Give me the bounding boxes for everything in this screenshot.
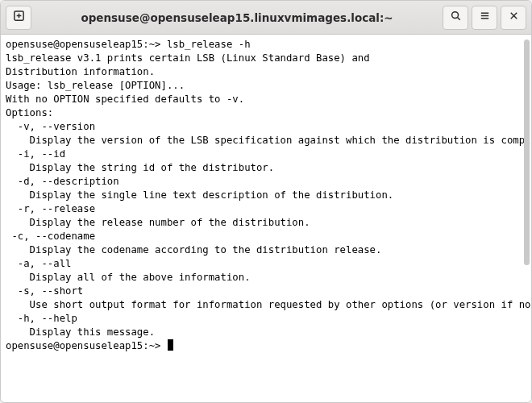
prompt: opensuse@opensuseleap15:~> [6, 39, 167, 50]
terminal-output-line: Display all of the above information. [6, 271, 526, 285]
terminal-output-line: Options: [6, 106, 526, 120]
close-icon [508, 10, 520, 25]
terminal-output-line: Display the string id of the distributor… [6, 161, 526, 175]
command-text: lsb_release -h [167, 39, 251, 50]
terminal-output-line: -c, --codename [6, 230, 526, 243]
terminal-output-line: -d, --description [6, 175, 526, 189]
terminal-output-line: -h, --help [6, 312, 526, 326]
new-tab-button[interactable] [6, 6, 31, 30]
close-button[interactable] [501, 6, 526, 30]
terminal-output-line: -r, --release [6, 202, 526, 216]
terminal-output-line: Usage: lsb_release [OPTION]... [6, 79, 526, 93]
svg-line-4 [457, 18, 459, 20]
terminal-output-line: Use short output format for information … [6, 298, 526, 312]
search-icon [450, 10, 462, 25]
terminal-output-line: Distribution information. [6, 65, 526, 79]
terminal-line: opensuse@opensuseleap15:~> lsb_release -… [6, 38, 526, 52]
terminal-output-line: Display the version of the LSB specifica… [6, 134, 526, 147]
titlebar: opensuse@opensuseleap15.linuxvmimages.lo… [1, 1, 531, 35]
terminal-output-line: -i, --id [6, 147, 526, 161]
terminal-output-line: -s, --short [6, 285, 526, 298]
terminal[interactable]: opensuse@opensuseleap15:~> lsb_release -… [1, 35, 531, 402]
hamburger-menu-icon [479, 10, 491, 25]
terminal-output-line: lsb_release v3.1 prints certain LSB (Lin… [6, 52, 526, 65]
window-title: opensuse@opensuseleap15.linuxvmimages.lo… [35, 11, 439, 24]
terminal-output-line: Display this message. [6, 326, 526, 339]
terminal-output-line: -a, --all [6, 257, 526, 271]
terminal-viewport: opensuse@opensuseleap15:~> lsb_release -… [1, 35, 531, 402]
terminal-output-line: With no OPTION specified defaults to -v. [6, 93, 526, 106]
terminal-line: opensuse@opensuseleap15:~> [6, 339, 526, 353]
search-button[interactable] [443, 6, 468, 30]
terminal-output-line: -v, --version [6, 120, 526, 134]
terminal-output-line: Display the single line text description… [6, 189, 526, 202]
terminal-output-line: Display the codename according to the di… [6, 243, 526, 257]
menu-button[interactable] [472, 6, 497, 30]
scrollbar-thumb[interactable] [524, 39, 530, 265]
svg-point-3 [451, 12, 458, 19]
titlebar-right-controls [443, 6, 526, 30]
terminal-window: opensuse@opensuseleap15.linuxvmimages.lo… [0, 0, 532, 403]
cursor [168, 339, 173, 351]
prompt: opensuse@opensuseleap15:~> [6, 340, 167, 351]
new-tab-icon [13, 10, 25, 25]
terminal-output-line: Display the release number of the distri… [6, 216, 526, 230]
